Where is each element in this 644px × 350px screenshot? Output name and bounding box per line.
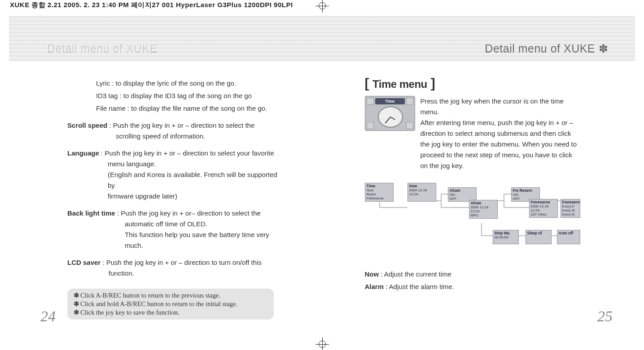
definition-alarm: Alarm : Adjust the alarm time. — [365, 281, 582, 292]
definition-language: Language : Push the jog key in + or – di… — [67, 148, 286, 202]
time-intro-row: Time Press the jog key when the cursor i… — [365, 96, 582, 171]
definition-now: Now : Adjust the current time — [365, 269, 582, 280]
text-scroll-speed: : Push the jog key in + or – direction t… — [107, 121, 254, 129]
label-scroll-speed: Scroll speed — [67, 121, 107, 129]
text-language-cont3: firmware upgrade later) — [67, 191, 286, 202]
time-menu-diagram: Time Now Alram FMreserve Now 2004 12 24 … — [365, 183, 580, 255]
text-backlight-cont2: This function help you save the battery … — [67, 229, 286, 240]
crop-mark-bottom — [315, 337, 329, 350]
diagram-node-fmres2: Fmreserve Every D Every W Every M — [561, 199, 580, 218]
page-24-body: Lyric : to display the lyric of the song… — [67, 78, 286, 320]
page-24: Lyric : to display the lyric of the song… — [0, 71, 322, 323]
definition-scroll-speed: Scroll speed : Push the jog key in + or … — [67, 120, 286, 142]
page-number-left: 24 — [40, 308, 56, 325]
time-intro-text: Press the jog key when the cursor is on … — [421, 96, 582, 171]
print-file-header: XUKE 종합 2.21 2005. 2. 23 1:40 PM 페이지27 0… — [10, 1, 293, 9]
diagram-node-root: Time Now Alram FMreserve — [365, 183, 394, 202]
text-scroll-speed-cont: scrolling speed of information. — [67, 131, 286, 142]
tips-box: ✽Click A-B/REC button to return to the p… — [67, 289, 274, 320]
section-title-time-menu: [ Time menu ] — [365, 78, 582, 90]
page-header-star-icon: ✽ — [599, 43, 609, 55]
time-device-screenshot: Time — [365, 96, 415, 131]
diagram-node-stopwatch: Stop Wa 00:00:00 — [493, 230, 519, 244]
definition-lcd-saver: LCD saver : Push the jog key in + or – d… — [67, 257, 286, 279]
section-title-text: Time menu — [372, 79, 427, 90]
tip-3: Click the joy key to save the function. — [80, 308, 180, 317]
page-25-body: [ Time menu ] Time Press the jog key whe… — [365, 78, 582, 294]
text-backlight-cont3: much. — [67, 240, 286, 251]
clock-icon — [378, 106, 403, 128]
text-language: : Push the jog key in + or – direction t… — [99, 149, 274, 157]
manual-spread: Lyric : to display the lyric of the song… — [0, 71, 644, 323]
bracket-close-icon: ] — [431, 78, 435, 89]
page-header-left: Detail menu of XUKE — [47, 42, 158, 55]
text-backlight: : Push the jog key in + or– direction to… — [115, 209, 261, 217]
bracket-open-icon: [ — [365, 78, 369, 89]
tip-1: Click A-B/REC button to return to the pr… — [80, 291, 220, 300]
text-language-cont2: (English and Korea is available. French … — [67, 169, 286, 191]
page-25: [ Time menu ] Time Press the jog key whe… — [322, 71, 644, 323]
page-header-right: Detail menu of XUKE ✽ — [485, 42, 608, 55]
time-definitions: Now : Adjust the current time Alarm : Ad… — [365, 269, 582, 292]
diagram-node-fmres1: Fmreserve 2004 12 24 12:24 107.70mz — [529, 199, 558, 218]
text-lcd-saver: : Push the jog key in + or – direction t… — [101, 259, 262, 266]
text-lcd-saver-cont: function. — [67, 268, 286, 279]
star-icon: ✽ — [74, 300, 79, 308]
diagram-node-now: Now 2004 12 24 12:24 — [407, 183, 436, 202]
text-backlight-cont1: automatic off time of OLED. — [67, 219, 286, 229]
page-number-right: 25 — [597, 308, 613, 325]
page-header-right-text: Detail menu of XUKE — [485, 42, 595, 55]
label-lcd-saver: LCD saver — [67, 259, 101, 266]
label-language: Language — [67, 149, 99, 157]
diagram-node-sleep: Sleep of — [526, 230, 552, 244]
label-backlight: Back light time — [67, 209, 115, 217]
definition-id3: ID3 tag : to display the ID3 tag of the … — [67, 91, 286, 101]
crop-mark-top — [315, 0, 329, 13]
definition-backlight: Back light time : Push the jog key in + … — [67, 208, 286, 251]
tip-2: Click and hold A-B/REC button to return … — [80, 300, 237, 308]
star-icon: ✽ — [74, 308, 79, 317]
text-language-cont1: menu language. — [67, 159, 286, 169]
definition-lyric: Lyric : to display the lyric of the song… — [67, 78, 286, 89]
diagram-node-alram2: Alram 2004 12 24 12:24 MP3 — [469, 200, 498, 219]
diagram-node-autooff: Auto off — [557, 230, 580, 244]
definition-filename: File name : to display the file name of … — [67, 103, 286, 114]
screenshot-banner: Time — [375, 98, 405, 104]
star-icon: ✽ — [74, 291, 79, 300]
